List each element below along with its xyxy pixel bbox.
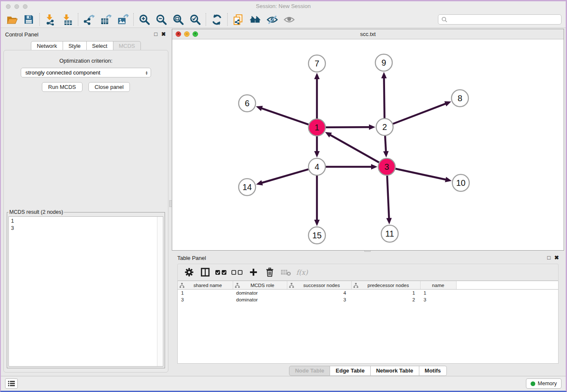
- export-table-button[interactable]: [97, 13, 114, 26]
- edge-3-10[interactable]: [396, 168, 447, 179]
- show-graphics-details-icon: [284, 14, 295, 25]
- node-10[interactable]: 10: [452, 174, 469, 191]
- optimization-criterion-label: Optimization criterion:: [4, 58, 168, 64]
- table-cell[interactable]: 4: [287, 290, 351, 297]
- table-cell[interactable]: 3: [420, 296, 456, 303]
- control-panel-title: Control Panel: [5, 31, 39, 38]
- table-cell[interactable]: 1: [178, 290, 233, 297]
- node-14[interactable]: 14: [239, 179, 256, 196]
- table-row[interactable]: 1dominator411: [178, 290, 558, 297]
- apply-preferred-layout-button[interactable]: [208, 13, 225, 26]
- column-header-label: predecessor nodes: [358, 283, 418, 288]
- save-session-button[interactable]: [20, 13, 37, 26]
- memory-button[interactable]: Memory: [526, 378, 561, 389]
- column-header-successor-nodes[interactable]: successor nodes: [287, 281, 351, 290]
- run-mcds-button[interactable]: Run MCDS: [42, 82, 83, 92]
- svg-text:1: 1: [314, 123, 319, 132]
- export-network-button[interactable]: [80, 13, 97, 26]
- tab-network-table[interactable]: Network Table: [371, 366, 419, 376]
- table-cell-filler: [456, 290, 558, 297]
- node-15[interactable]: 15: [308, 227, 325, 244]
- edge-2-8[interactable]: [393, 103, 447, 124]
- edge-3-1[interactable]: [330, 135, 379, 163]
- node-9[interactable]: 9: [375, 54, 392, 71]
- open-file-button[interactable]: [3, 13, 20, 26]
- memory-label: Memory: [538, 381, 557, 386]
- zoom-out-button[interactable]: [153, 13, 170, 26]
- show-columns-button[interactable]: [197, 266, 213, 279]
- zoom-in-button[interactable]: [136, 13, 153, 26]
- import-network-button[interactable]: [42, 13, 59, 26]
- node-4[interactable]: 4: [308, 158, 325, 175]
- close-panel-icon[interactable]: ✖: [161, 31, 166, 37]
- node-3[interactable]: 3: [378, 158, 395, 175]
- column-header-inner: successor nodes: [289, 283, 350, 288]
- mcds-result-area[interactable]: 1 3: [8, 216, 163, 367]
- edge-arrowhead-1-4: [314, 151, 320, 157]
- hide-graphics-details-button[interactable]: [264, 13, 281, 26]
- add-column-button[interactable]: [245, 266, 261, 279]
- zoom-selected-button[interactable]: [187, 13, 204, 26]
- optimization-criterion-select[interactable]: strongly connected component ▲▼: [21, 68, 151, 77]
- svg-text:8: 8: [457, 94, 462, 103]
- zoom-fit-button[interactable]: [170, 13, 187, 26]
- search-box[interactable]: [438, 14, 561, 25]
- table-settings-button[interactable]: [181, 266, 197, 279]
- clone-network-button[interactable]: [230, 13, 247, 26]
- float-panel-icon[interactable]: □: [547, 254, 550, 261]
- main-toolbar: [3, 13, 297, 26]
- show-columns-icon: [201, 268, 210, 277]
- table-cell[interactable]: dominator: [233, 290, 287, 297]
- table-cell[interactable]: 3: [287, 296, 351, 303]
- show-panels-button[interactable]: [5, 378, 18, 389]
- table-cell[interactable]: 3: [178, 296, 233, 303]
- node-6[interactable]: 6: [239, 95, 256, 112]
- edge-2-9[interactable]: [384, 77, 384, 118]
- edge-1-6[interactable]: [261, 108, 308, 124]
- tree-hierarchy-icon: [353, 283, 358, 288]
- tab-motifs[interactable]: Motifs: [419, 366, 447, 376]
- column-header-inner: name: [422, 283, 454, 288]
- delete-columns-button[interactable]: [261, 266, 278, 279]
- close-panel-button[interactable]: Close panel: [88, 82, 130, 92]
- result-scrollbar[interactable]: [157, 217, 163, 366]
- edge-arrowhead-4-3: [371, 164, 377, 170]
- show-graphics-details-button[interactable]: [281, 13, 297, 26]
- column-header-predecessor-nodes[interactable]: predecessor nodes: [351, 281, 420, 290]
- table-row[interactable]: 3dominator323: [178, 296, 558, 303]
- column-header-mcds-role[interactable]: MCDS role: [233, 281, 287, 290]
- node-7[interactable]: 7: [308, 55, 325, 72]
- node-1[interactable]: 1: [308, 119, 325, 136]
- tab-node-table[interactable]: Node Table: [289, 366, 330, 376]
- network-window-titlebar[interactable]: ✕ − + scc.txt: [172, 29, 564, 39]
- edge-3-11[interactable]: [387, 176, 389, 219]
- export-image-button[interactable]: [114, 13, 131, 26]
- close-panel-icon[interactable]: ✖: [554, 254, 559, 261]
- column-header-shared-name[interactable]: shared name: [178, 281, 233, 290]
- edge-2-3[interactable]: [385, 136, 386, 152]
- edge-1-2[interactable]: [326, 127, 370, 127]
- edge-arrowhead-2-8: [444, 101, 451, 106]
- column-header-name[interactable]: name: [420, 281, 456, 290]
- node-11[interactable]: 11: [381, 225, 398, 242]
- table-cell[interactable]: 2: [351, 296, 420, 303]
- network-graph[interactable]: 7968124314101511: [172, 39, 564, 251]
- tab-edge-table[interactable]: Edge Table: [330, 366, 370, 376]
- edge-4-14[interactable]: [261, 169, 308, 183]
- import-table-button[interactable]: [59, 13, 76, 26]
- float-panel-icon[interactable]: □: [154, 31, 157, 37]
- home-button[interactable]: [247, 13, 264, 26]
- deselect-all-button[interactable]: [229, 266, 245, 279]
- toolbar-separator: [39, 13, 40, 26]
- network-window-title: scc.txt: [172, 31, 564, 37]
- search-input[interactable]: [449, 16, 561, 23]
- node-8[interactable]: 8: [451, 90, 468, 107]
- node-2[interactable]: 2: [376, 119, 393, 135]
- zoom-selected-icon: [190, 14, 201, 25]
- select-all-button[interactable]: [213, 266, 229, 279]
- table-cell[interactable]: 1: [420, 290, 456, 297]
- table-cell[interactable]: dominator: [233, 296, 287, 303]
- toolbar-separator: [206, 13, 206, 26]
- zoom-out-icon: [156, 14, 167, 25]
- table-cell[interactable]: 1: [351, 290, 420, 297]
